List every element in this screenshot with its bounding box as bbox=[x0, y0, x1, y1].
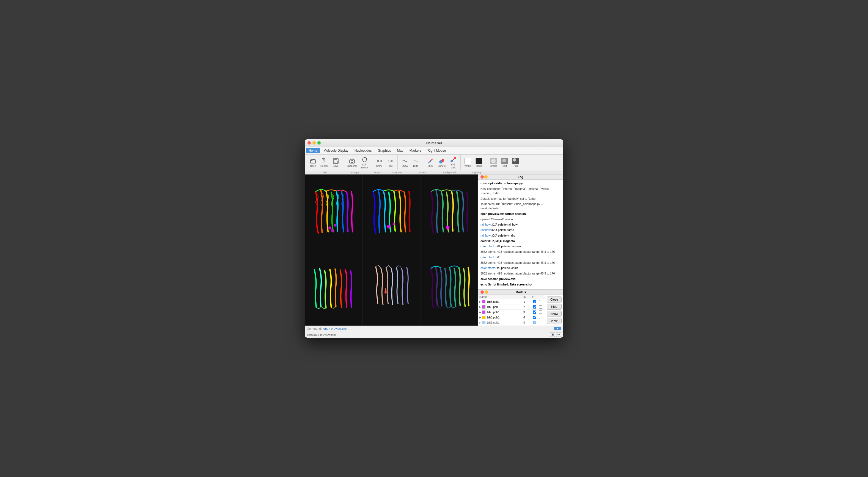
light-simple-button[interactable]: Simple bbox=[489, 157, 499, 168]
expand-button[interactable]: ▶ bbox=[479, 311, 481, 313]
log-link[interactable]: color bfactor bbox=[480, 266, 496, 270]
svg-point-34 bbox=[334, 224, 336, 227]
mol-cell-3[interactable] bbox=[421, 175, 477, 250]
main-area: Log runscript viridis_colormaps.py New c… bbox=[305, 174, 563, 326]
bg-white-button[interactable]: White bbox=[463, 157, 473, 168]
model-name: 1rh5.pdb1 bbox=[487, 300, 499, 303]
menu-map[interactable]: Map bbox=[394, 148, 406, 153]
visibility-checkbox[interactable] bbox=[533, 305, 536, 309]
models-show-button[interactable]: Show bbox=[547, 311, 562, 317]
viewport[interactable] bbox=[305, 174, 478, 326]
visibility-checkbox[interactable] bbox=[533, 300, 536, 303]
models-close-action-button[interactable]: Close bbox=[547, 297, 562, 303]
menu-home[interactable]: Home bbox=[306, 148, 320, 153]
select-checkbox[interactable] bbox=[539, 300, 542, 303]
visibility-checkbox[interactable] bbox=[533, 316, 536, 319]
tile-button[interactable]: ⊞ bbox=[550, 332, 555, 337]
light-full-button[interactable]: Full bbox=[511, 157, 521, 168]
log-entry: runscript viridis_colormaps.py bbox=[480, 181, 561, 186]
show-atoms-button[interactable]: Show bbox=[374, 157, 384, 168]
log-close-button[interactable] bbox=[480, 175, 484, 179]
close-button[interactable] bbox=[308, 141, 311, 144]
toolbar-images-section: Snapshot Spin movie bbox=[343, 155, 372, 170]
expand-button[interactable]: ▶ bbox=[479, 301, 481, 303]
log-entry: Default colormap for `rainbow` set to `t… bbox=[480, 197, 561, 201]
edit-button[interactable]: ✏ bbox=[556, 332, 561, 337]
expand-button[interactable]: ▶ bbox=[479, 321, 481, 324]
snapshot-button[interactable]: Snapshot bbox=[345, 157, 359, 168]
menu-nucleotides[interactable]: Nucleotides bbox=[352, 148, 375, 153]
mol-cell-4[interactable] bbox=[305, 250, 362, 325]
log-link[interactable]: color bfactor bbox=[480, 244, 496, 248]
models-header: Models bbox=[478, 289, 563, 295]
recent-button[interactable]: Recent bbox=[319, 157, 330, 168]
color-swatch[interactable] bbox=[482, 321, 486, 324]
expand-button[interactable]: ▶ bbox=[479, 306, 481, 308]
log-content[interactable]: runscript viridis_colormaps.py New color… bbox=[478, 180, 563, 289]
command-dropdown-button[interactable]: ▼ bbox=[554, 327, 561, 330]
sphere-button[interactable]: Sphere bbox=[436, 157, 447, 168]
select-checkbox[interactable] bbox=[539, 321, 542, 324]
command-input[interactable] bbox=[323, 327, 552, 330]
ball-stick-button[interactable]: Ball stick bbox=[448, 156, 458, 170]
menu-right-mouse[interactable]: Right Mouse bbox=[425, 148, 448, 153]
log-link[interactable]: rainbow bbox=[480, 223, 491, 226]
color-swatch[interactable] bbox=[482, 310, 486, 314]
show-cartoons-button[interactable]: Show bbox=[400, 157, 410, 168]
mol-cell-2[interactable] bbox=[363, 175, 420, 250]
light-soft-button[interactable]: Soft bbox=[500, 157, 509, 168]
select-checkbox[interactable] bbox=[539, 305, 542, 309]
bg-black-button[interactable]: Black bbox=[474, 157, 484, 168]
table-row: ▶ 1rh5.pdb1 5 bbox=[478, 320, 545, 325]
select-checkbox[interactable] bbox=[539, 316, 542, 319]
models-hide-button[interactable]: Hide bbox=[547, 304, 562, 310]
mol-cell-1[interactable] bbox=[305, 175, 362, 250]
ball-stick-label: Ball stick bbox=[451, 163, 456, 169]
spin-movie-button[interactable]: Spin movie bbox=[360, 156, 370, 170]
minimize-button[interactable] bbox=[312, 141, 316, 144]
save-button[interactable]: Save bbox=[331, 157, 341, 168]
maximize-button[interactable] bbox=[317, 141, 321, 144]
color-swatch[interactable] bbox=[482, 316, 486, 319]
visibility-checkbox[interactable] bbox=[533, 310, 536, 314]
svg-point-29 bbox=[502, 159, 506, 162]
sphere-label: Sphere bbox=[438, 165, 446, 168]
models-view-button[interactable]: View bbox=[547, 318, 562, 324]
svg-point-20 bbox=[430, 161, 431, 162]
mol-cell-5[interactable] bbox=[363, 250, 420, 325]
log-minimize-button[interactable] bbox=[484, 175, 488, 179]
expand-button[interactable]: ▶ bbox=[479, 316, 481, 319]
styles-section-label: Styles bbox=[408, 171, 437, 174]
hide-atoms-button[interactable]: Hide bbox=[385, 157, 395, 168]
menu-molecule-display[interactable]: Molecule Display bbox=[321, 148, 351, 153]
col-extra bbox=[538, 295, 544, 298]
color-swatch[interactable] bbox=[482, 305, 486, 309]
mol-cell-6[interactable] bbox=[421, 250, 477, 325]
col-id: ID bbox=[523, 295, 532, 298]
background-section-label: Background bbox=[437, 171, 462, 174]
log-link[interactable]: color bfactor bbox=[480, 255, 496, 259]
select-checkbox[interactable] bbox=[539, 310, 542, 314]
hide-cartoons-button[interactable]: Hide bbox=[411, 157, 421, 168]
models-close-button[interactable] bbox=[480, 291, 484, 294]
log-link[interactable]: rainbow bbox=[480, 228, 491, 232]
show-atoms-label: Show bbox=[376, 165, 382, 168]
color-swatch[interactable] bbox=[482, 300, 486, 303]
show-cartoons-icon bbox=[402, 158, 408, 164]
models-actions: Close Hide Show View bbox=[545, 295, 563, 326]
log-entry: color bfactor #4 palette rainbow bbox=[480, 244, 561, 249]
log-header: Log bbox=[478, 174, 563, 180]
open-button[interactable]: Open bbox=[308, 157, 318, 168]
svg-point-14 bbox=[380, 160, 382, 162]
visibility-checkbox[interactable] bbox=[533, 321, 536, 324]
stick-button[interactable]: Stick bbox=[426, 157, 435, 168]
status-text: executed preview.cxc bbox=[307, 333, 336, 336]
sphere-icon bbox=[438, 158, 445, 164]
models-minimize-button[interactable] bbox=[485, 291, 488, 294]
titlebar: ChimeraX bbox=[305, 139, 563, 147]
menu-graphics[interactable]: Graphics bbox=[375, 148, 394, 153]
window-controls bbox=[308, 141, 321, 144]
log-link[interactable]: rainbow bbox=[480, 234, 491, 237]
menu-markers[interactable]: Markers bbox=[407, 148, 424, 153]
col-name: Name bbox=[479, 295, 523, 298]
